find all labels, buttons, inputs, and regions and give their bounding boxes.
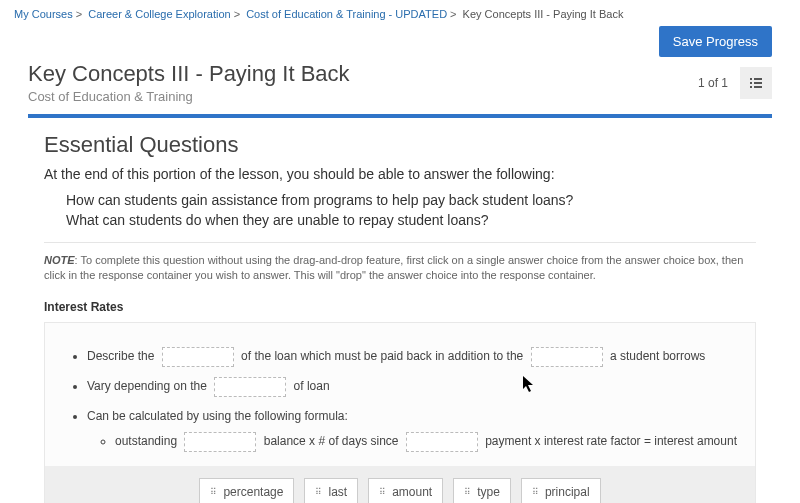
page-subtitle: Cost of Education & Training (28, 89, 698, 104)
page-title: Key Concepts III - Paying It Back (28, 61, 698, 87)
drop-slot-3[interactable] (214, 377, 286, 397)
choice-last[interactable]: ⠿last (304, 478, 358, 503)
title-divider (28, 114, 772, 118)
essential-questions-heading: Essential Questions (44, 132, 756, 158)
essential-q2: What can students do when they are unabl… (66, 212, 756, 228)
divider (44, 242, 756, 243)
bullet-2: Vary depending on the of loan (87, 377, 737, 397)
grip-icon: ⠿ (315, 487, 323, 497)
drop-slot-4[interactable] (184, 432, 256, 452)
choice-principal[interactable]: ⠿principal (521, 478, 601, 503)
breadcrumb: My Courses> Career & College Exploration… (0, 0, 800, 24)
svg-rect-0 (750, 78, 752, 80)
grip-icon: ⠿ (532, 487, 540, 497)
list-icon (748, 75, 764, 91)
crumb-current: Key Concepts III - Paying It Back (463, 8, 624, 20)
svg-rect-4 (750, 86, 752, 88)
choice-amount[interactable]: ⠿amount (368, 478, 443, 503)
bullet-3: Can be calculated by using the following… (87, 407, 737, 452)
save-progress-button[interactable]: Save Progress (659, 26, 772, 57)
essential-lead: At the end of this portion of the lesson… (44, 166, 756, 182)
question-box: Describe the of the loan which must be p… (44, 322, 756, 503)
choice-percentage[interactable]: ⠿percentage (199, 478, 294, 503)
bullet-1: Describe the of the loan which must be p… (87, 347, 737, 367)
svg-rect-5 (754, 86, 762, 88)
crumb-my-courses[interactable]: My Courses (14, 8, 73, 20)
pager: 1 of 1 (698, 76, 728, 90)
grip-icon: ⠿ (210, 487, 218, 497)
essential-q1: How can students gain assistance from pr… (66, 192, 756, 208)
toc-button[interactable] (740, 67, 772, 99)
grip-icon: ⠿ (379, 487, 387, 497)
answer-choice-bar: ⠿percentage ⠿last ⠿amount ⠿type ⠿princip… (45, 466, 755, 503)
instruction-note: NOTE: To complete this question without … (44, 253, 756, 284)
svg-rect-2 (750, 82, 752, 84)
crumb-career-college[interactable]: Career & College Exploration (88, 8, 230, 20)
drop-slot-2[interactable] (531, 347, 603, 367)
grip-icon: ⠿ (464, 487, 472, 497)
drop-slot-5[interactable] (406, 432, 478, 452)
drop-slot-1[interactable] (162, 347, 234, 367)
choice-type[interactable]: ⠿type (453, 478, 511, 503)
crumb-cost-education[interactable]: Cost of Education & Training - UPDATED (246, 8, 447, 20)
section-title: Interest Rates (44, 300, 756, 314)
bullet-3-sub: outstanding balance x # of days since pa… (115, 432, 737, 452)
svg-rect-1 (754, 78, 762, 80)
svg-rect-3 (754, 82, 762, 84)
